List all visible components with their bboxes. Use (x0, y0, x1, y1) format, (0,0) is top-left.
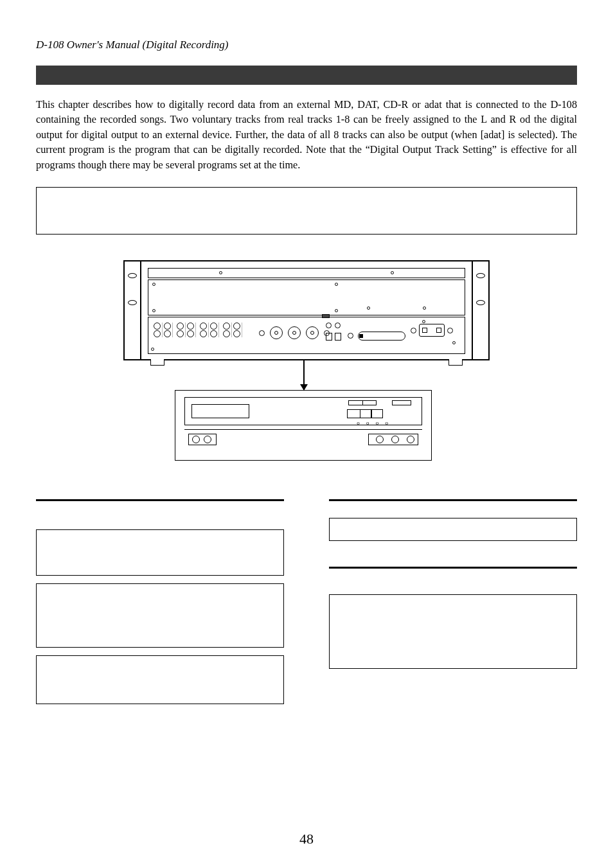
lower-columns (36, 499, 577, 704)
rack-ear-right (473, 260, 490, 360)
signal-arrow (303, 360, 305, 390)
left-box-1 (36, 529, 284, 576)
page-number: 48 (0, 831, 613, 847)
rack-ear-left (123, 260, 140, 360)
d108-rear-panel (140, 260, 473, 360)
left-box-3 (36, 655, 284, 704)
section-title-bar (36, 66, 577, 85)
external-recorder: o o o o (175, 390, 432, 461)
left-box-2 (36, 583, 284, 648)
right-box-2 (329, 594, 577, 669)
right-column (329, 499, 577, 704)
connection-diagram: o o o o (123, 260, 490, 461)
right-box-1 (329, 518, 577, 541)
body-paragraph: This chapter describes how to digitally … (36, 98, 577, 173)
note-box-empty (36, 187, 577, 235)
manual-header: D-108 Owner's Manual (Digital Recording) (36, 39, 577, 51)
left-column (36, 499, 284, 704)
